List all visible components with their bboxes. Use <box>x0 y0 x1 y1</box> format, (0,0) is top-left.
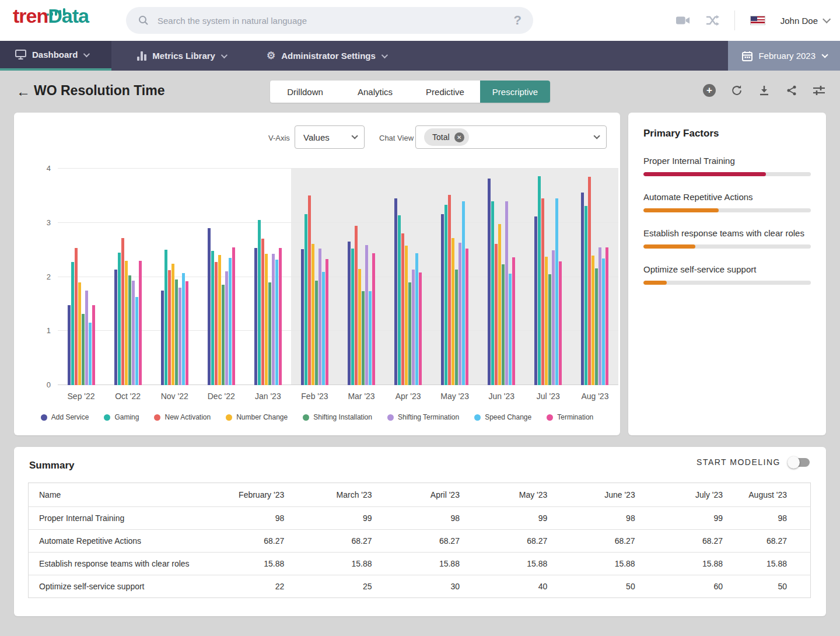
bar[interactable] <box>215 262 218 385</box>
bar[interactable] <box>394 198 397 385</box>
bar[interactable] <box>208 228 211 385</box>
bar[interactable] <box>538 176 541 385</box>
video-camera-icon[interactable] <box>676 13 690 27</box>
refresh-button[interactable] <box>730 83 744 97</box>
legend-item[interactable]: Shifting Installation <box>303 413 372 421</box>
bar[interactable] <box>121 238 124 385</box>
legend-item[interactable]: Gaming <box>104 413 139 421</box>
share-button[interactable] <box>785 83 799 97</box>
tab-analytics[interactable]: Analytics <box>340 81 410 103</box>
bar[interactable] <box>182 273 185 385</box>
search-input[interactable] <box>158 16 514 26</box>
bar[interactable] <box>85 291 88 385</box>
bar[interactable] <box>125 261 128 385</box>
bar[interactable] <box>502 264 505 385</box>
bar[interactable] <box>534 216 537 385</box>
bar[interactable] <box>498 224 501 385</box>
chip-remove-icon[interactable]: ✕ <box>454 132 464 142</box>
bar[interactable] <box>348 242 351 385</box>
bar[interactable] <box>598 247 601 385</box>
bar[interactable] <box>229 258 232 385</box>
bar[interactable] <box>369 291 372 385</box>
bar[interactable] <box>268 282 271 385</box>
bar[interactable] <box>588 177 591 385</box>
nav-item-dashboard[interactable]: Dashboard <box>0 41 111 71</box>
bar[interactable] <box>552 250 555 385</box>
bar[interactable] <box>488 179 491 385</box>
bar[interactable] <box>68 305 71 385</box>
bar[interactable] <box>118 253 121 385</box>
bar[interactable] <box>405 246 408 385</box>
legend-item[interactable]: Number Change <box>226 413 288 421</box>
tab-prescriptive[interactable]: Prescriptive <box>480 81 550 103</box>
bar[interactable] <box>318 249 321 385</box>
bar[interactable] <box>398 215 401 385</box>
start-modeling-toggle[interactable] <box>789 458 810 467</box>
bar[interactable] <box>455 270 458 385</box>
bar[interactable] <box>452 238 454 385</box>
date-picker[interactable]: February 2023 <box>728 41 840 71</box>
bar[interactable] <box>254 248 257 385</box>
bar[interactable] <box>114 270 117 385</box>
bar[interactable] <box>355 226 358 385</box>
bar[interactable] <box>505 201 508 385</box>
bar[interactable] <box>351 249 354 385</box>
bar[interactable] <box>218 255 221 385</box>
legend-item[interactable]: Speed Change <box>474 413 531 421</box>
bar[interactable] <box>265 254 268 385</box>
bar[interactable] <box>322 272 325 385</box>
bar[interactable] <box>401 233 404 385</box>
bar[interactable] <box>172 264 174 385</box>
bar[interactable] <box>258 220 261 385</box>
bar[interactable] <box>222 285 225 385</box>
bar[interactable] <box>82 314 85 385</box>
chat-view-select[interactable]: Total ✕ <box>415 125 607 149</box>
legend-item[interactable]: Add Service <box>41 413 89 421</box>
shuffle-icon[interactable] <box>705 13 719 27</box>
settings-tune-button[interactable] <box>812 83 826 97</box>
add-button[interactable]: + <box>702 83 716 97</box>
bar[interactable] <box>175 279 178 385</box>
bar[interactable] <box>459 243 461 385</box>
bar[interactable] <box>466 249 468 385</box>
bar[interactable] <box>272 254 275 385</box>
tab-predictive[interactable]: Predictive <box>410 81 480 103</box>
bar[interactable] <box>509 274 512 385</box>
bar[interactable] <box>89 323 92 385</box>
bar[interactable] <box>415 253 418 385</box>
bar[interactable] <box>548 274 551 385</box>
bar[interactable] <box>419 272 422 385</box>
bar[interactable] <box>372 253 375 385</box>
bar[interactable] <box>555 198 558 385</box>
bar[interactable] <box>135 297 138 385</box>
bar[interactable] <box>132 281 135 385</box>
tab-drilldown[interactable]: Drilldown <box>270 81 340 103</box>
bar[interactable] <box>441 214 444 385</box>
bar[interactable] <box>358 269 361 385</box>
bar[interactable] <box>225 271 228 385</box>
bar[interactable] <box>545 257 548 385</box>
bar[interactable] <box>581 193 584 385</box>
bar[interactable] <box>301 249 304 385</box>
search-bar[interactable]: ? <box>126 7 533 34</box>
bar[interactable] <box>462 201 465 385</box>
bar[interactable] <box>308 195 311 385</box>
bar[interactable] <box>602 258 605 385</box>
bar[interactable] <box>408 282 411 385</box>
bar[interactable] <box>512 257 515 385</box>
bar[interactable] <box>178 288 181 385</box>
bar[interactable] <box>592 256 594 385</box>
legend-item[interactable]: New Activation <box>154 413 211 421</box>
bar[interactable] <box>275 260 278 385</box>
bar[interactable] <box>261 239 264 385</box>
bar[interactable] <box>164 250 167 385</box>
user-menu[interactable]: John Doe <box>780 16 828 26</box>
bar[interactable] <box>232 247 235 386</box>
nav-item-administrator-settings[interactable]: ⚙ Administrator Settings <box>251 41 401 71</box>
bar[interactable] <box>448 195 451 385</box>
bar[interactable] <box>584 206 587 385</box>
download-button[interactable] <box>757 83 771 97</box>
v-axis-select[interactable]: Values <box>295 125 365 149</box>
bar[interactable] <box>71 262 74 385</box>
bar[interactable] <box>365 245 368 385</box>
